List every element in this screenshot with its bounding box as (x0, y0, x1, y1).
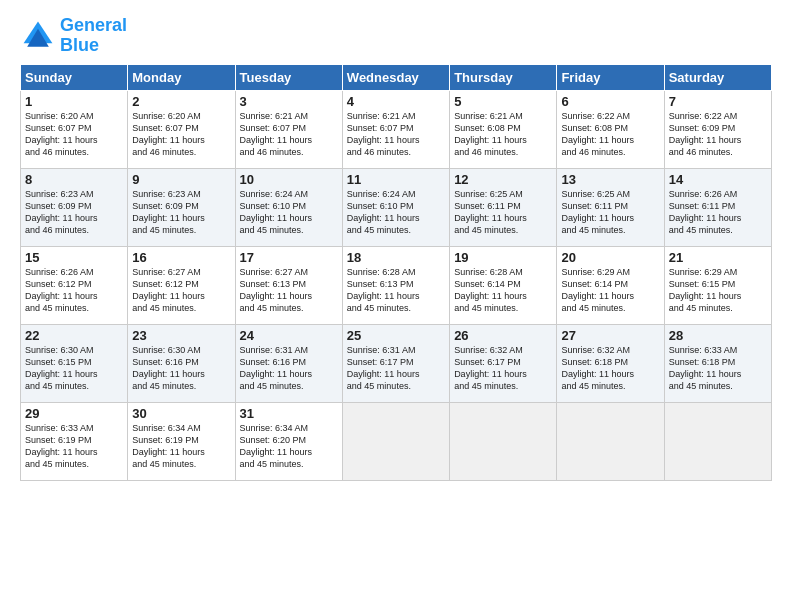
day-number: 20 (561, 250, 659, 265)
day-info: Sunrise: 6:26 AM Sunset: 6:11 PM Dayligh… (669, 188, 767, 237)
day-number: 3 (240, 94, 338, 109)
calendar-cell: 7Sunrise: 6:22 AM Sunset: 6:09 PM Daylig… (664, 90, 771, 168)
day-info: Sunrise: 6:26 AM Sunset: 6:12 PM Dayligh… (25, 266, 123, 315)
day-number: 30 (132, 406, 230, 421)
day-number: 14 (669, 172, 767, 187)
calendar-cell: 16Sunrise: 6:27 AM Sunset: 6:12 PM Dayli… (128, 246, 235, 324)
calendar-cell: 23Sunrise: 6:30 AM Sunset: 6:16 PM Dayli… (128, 324, 235, 402)
calendar-week-row: 8Sunrise: 6:23 AM Sunset: 6:09 PM Daylig… (21, 168, 772, 246)
day-number: 6 (561, 94, 659, 109)
day-info: Sunrise: 6:23 AM Sunset: 6:09 PM Dayligh… (25, 188, 123, 237)
calendar-cell: 10Sunrise: 6:24 AM Sunset: 6:10 PM Dayli… (235, 168, 342, 246)
day-info: Sunrise: 6:27 AM Sunset: 6:12 PM Dayligh… (132, 266, 230, 315)
calendar-cell: 28Sunrise: 6:33 AM Sunset: 6:18 PM Dayli… (664, 324, 771, 402)
day-info: Sunrise: 6:33 AM Sunset: 6:18 PM Dayligh… (669, 344, 767, 393)
day-info: Sunrise: 6:31 AM Sunset: 6:16 PM Dayligh… (240, 344, 338, 393)
day-number: 2 (132, 94, 230, 109)
day-header-monday: Monday (128, 64, 235, 90)
logo-icon (20, 18, 56, 54)
calendar-cell: 2Sunrise: 6:20 AM Sunset: 6:07 PM Daylig… (128, 90, 235, 168)
calendar-week-row: 22Sunrise: 6:30 AM Sunset: 6:15 PM Dayli… (21, 324, 772, 402)
calendar-cell: 12Sunrise: 6:25 AM Sunset: 6:11 PM Dayli… (450, 168, 557, 246)
calendar-cell: 24Sunrise: 6:31 AM Sunset: 6:16 PM Dayli… (235, 324, 342, 402)
calendar-week-row: 1Sunrise: 6:20 AM Sunset: 6:07 PM Daylig… (21, 90, 772, 168)
day-header-thursday: Thursday (450, 64, 557, 90)
calendar-cell: 25Sunrise: 6:31 AM Sunset: 6:17 PM Dayli… (342, 324, 449, 402)
calendar-cell: 18Sunrise: 6:28 AM Sunset: 6:13 PM Dayli… (342, 246, 449, 324)
day-info: Sunrise: 6:23 AM Sunset: 6:09 PM Dayligh… (132, 188, 230, 237)
logo-text: General Blue (60, 16, 127, 56)
day-number: 10 (240, 172, 338, 187)
day-info: Sunrise: 6:34 AM Sunset: 6:20 PM Dayligh… (240, 422, 338, 471)
calendar-cell: 13Sunrise: 6:25 AM Sunset: 6:11 PM Dayli… (557, 168, 664, 246)
day-number: 17 (240, 250, 338, 265)
day-info: Sunrise: 6:28 AM Sunset: 6:13 PM Dayligh… (347, 266, 445, 315)
calendar-cell: 29Sunrise: 6:33 AM Sunset: 6:19 PM Dayli… (21, 402, 128, 480)
calendar-cell: 20Sunrise: 6:29 AM Sunset: 6:14 PM Dayli… (557, 246, 664, 324)
day-info: Sunrise: 6:32 AM Sunset: 6:18 PM Dayligh… (561, 344, 659, 393)
calendar-header-row: SundayMondayTuesdayWednesdayThursdayFrid… (21, 64, 772, 90)
day-info: Sunrise: 6:30 AM Sunset: 6:16 PM Dayligh… (132, 344, 230, 393)
day-number: 5 (454, 94, 552, 109)
day-number: 8 (25, 172, 123, 187)
calendar-cell (664, 402, 771, 480)
day-number: 19 (454, 250, 552, 265)
day-info: Sunrise: 6:22 AM Sunset: 6:09 PM Dayligh… (669, 110, 767, 159)
day-info: Sunrise: 6:24 AM Sunset: 6:10 PM Dayligh… (240, 188, 338, 237)
calendar-cell: 14Sunrise: 6:26 AM Sunset: 6:11 PM Dayli… (664, 168, 771, 246)
day-info: Sunrise: 6:25 AM Sunset: 6:11 PM Dayligh… (561, 188, 659, 237)
day-number: 11 (347, 172, 445, 187)
calendar-cell: 19Sunrise: 6:28 AM Sunset: 6:14 PM Dayli… (450, 246, 557, 324)
calendar-cell: 9Sunrise: 6:23 AM Sunset: 6:09 PM Daylig… (128, 168, 235, 246)
day-info: Sunrise: 6:22 AM Sunset: 6:08 PM Dayligh… (561, 110, 659, 159)
day-info: Sunrise: 6:30 AM Sunset: 6:15 PM Dayligh… (25, 344, 123, 393)
day-header-sunday: Sunday (21, 64, 128, 90)
day-info: Sunrise: 6:27 AM Sunset: 6:13 PM Dayligh… (240, 266, 338, 315)
day-header-friday: Friday (557, 64, 664, 90)
calendar-cell: 1Sunrise: 6:20 AM Sunset: 6:07 PM Daylig… (21, 90, 128, 168)
calendar-cell: 3Sunrise: 6:21 AM Sunset: 6:07 PM Daylig… (235, 90, 342, 168)
day-info: Sunrise: 6:24 AM Sunset: 6:10 PM Dayligh… (347, 188, 445, 237)
day-header-tuesday: Tuesday (235, 64, 342, 90)
day-number: 18 (347, 250, 445, 265)
day-number: 7 (669, 94, 767, 109)
header: General Blue (20, 16, 772, 56)
day-info: Sunrise: 6:20 AM Sunset: 6:07 PM Dayligh… (132, 110, 230, 159)
day-info: Sunrise: 6:21 AM Sunset: 6:07 PM Dayligh… (347, 110, 445, 159)
day-info: Sunrise: 6:29 AM Sunset: 6:14 PM Dayligh… (561, 266, 659, 315)
day-number: 23 (132, 328, 230, 343)
calendar-cell: 26Sunrise: 6:32 AM Sunset: 6:17 PM Dayli… (450, 324, 557, 402)
day-number: 4 (347, 94, 445, 109)
day-info: Sunrise: 6:28 AM Sunset: 6:14 PM Dayligh… (454, 266, 552, 315)
day-info: Sunrise: 6:21 AM Sunset: 6:07 PM Dayligh… (240, 110, 338, 159)
calendar-cell: 4Sunrise: 6:21 AM Sunset: 6:07 PM Daylig… (342, 90, 449, 168)
logo: General Blue (20, 16, 127, 56)
calendar-cell: 27Sunrise: 6:32 AM Sunset: 6:18 PM Dayli… (557, 324, 664, 402)
day-number: 26 (454, 328, 552, 343)
day-number: 13 (561, 172, 659, 187)
day-info: Sunrise: 6:21 AM Sunset: 6:08 PM Dayligh… (454, 110, 552, 159)
day-info: Sunrise: 6:29 AM Sunset: 6:15 PM Dayligh… (669, 266, 767, 315)
day-info: Sunrise: 6:31 AM Sunset: 6:17 PM Dayligh… (347, 344, 445, 393)
day-number: 16 (132, 250, 230, 265)
day-number: 28 (669, 328, 767, 343)
day-header-wednesday: Wednesday (342, 64, 449, 90)
day-number: 22 (25, 328, 123, 343)
day-info: Sunrise: 6:32 AM Sunset: 6:17 PM Dayligh… (454, 344, 552, 393)
calendar-cell: 30Sunrise: 6:34 AM Sunset: 6:19 PM Dayli… (128, 402, 235, 480)
day-number: 24 (240, 328, 338, 343)
day-info: Sunrise: 6:20 AM Sunset: 6:07 PM Dayligh… (25, 110, 123, 159)
day-number: 27 (561, 328, 659, 343)
page: General Blue SundayMondayTuesdayWednesda… (0, 0, 792, 612)
day-info: Sunrise: 6:34 AM Sunset: 6:19 PM Dayligh… (132, 422, 230, 471)
calendar-cell: 11Sunrise: 6:24 AM Sunset: 6:10 PM Dayli… (342, 168, 449, 246)
day-number: 25 (347, 328, 445, 343)
calendar-cell (450, 402, 557, 480)
calendar-body: 1Sunrise: 6:20 AM Sunset: 6:07 PM Daylig… (21, 90, 772, 480)
day-number: 21 (669, 250, 767, 265)
calendar-cell: 17Sunrise: 6:27 AM Sunset: 6:13 PM Dayli… (235, 246, 342, 324)
day-number: 15 (25, 250, 123, 265)
day-number: 29 (25, 406, 123, 421)
day-number: 9 (132, 172, 230, 187)
day-number: 1 (25, 94, 123, 109)
